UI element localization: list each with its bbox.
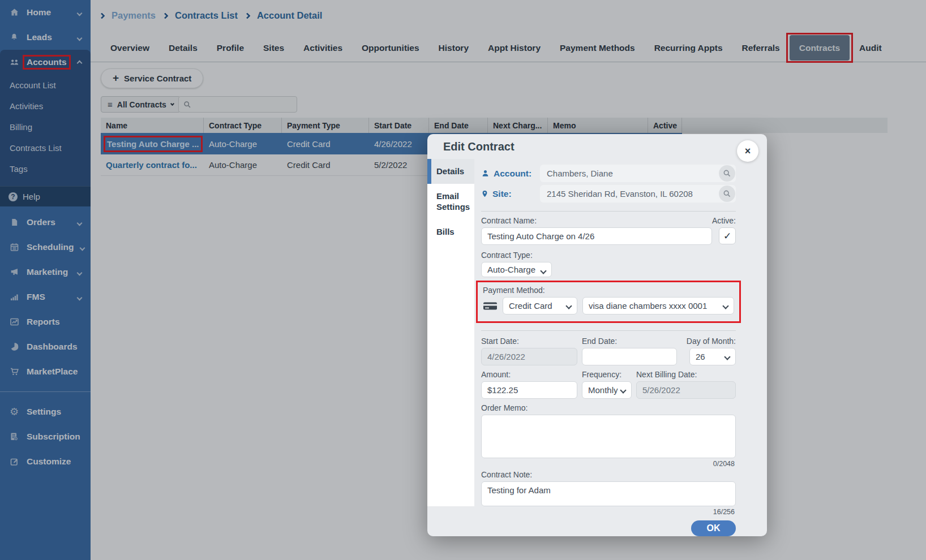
order-memo-textarea[interactable] [481, 415, 736, 458]
account-row: Account: Chambers, Diane [481, 165, 736, 182]
account-search-button[interactable] [719, 165, 735, 182]
modal-tab-list: Details Email Settings Bills [427, 159, 474, 506]
account-picker[interactable]: Chambers, Diane [540, 165, 736, 182]
credit-card-icon [483, 301, 498, 311]
contract-type-label: Contract Type: [481, 251, 736, 260]
contract-note-textarea[interactable]: Testing for Adam [481, 481, 736, 506]
day-of-month-select[interactable]: 26 [689, 348, 736, 365]
end-date-input[interactable] [582, 348, 677, 365]
amount-label: Amount: [481, 370, 577, 379]
start-date-input [481, 348, 577, 365]
payment-method-row: Credit Card visa diane chambers xxxx 000… [483, 297, 734, 315]
divider [481, 330, 736, 331]
account-value: Chambers, Diane [540, 169, 719, 178]
map-pin-icon [481, 189, 488, 198]
contract-name-labels: Contract Name: Active: [481, 216, 736, 225]
modal-tab-details[interactable]: Details [427, 159, 474, 184]
close-button[interactable]: × [737, 140, 758, 162]
contract-note-label: Contract Note: [481, 470, 736, 479]
contract-name-input[interactable] [481, 227, 712, 245]
payment-method-annotation-box: Payment Method: Credit Card visa diane c… [476, 281, 741, 323]
divider [481, 211, 736, 212]
contract-type-select[interactable]: Auto-Charge [481, 262, 552, 277]
payment-method-label: Payment Method: [483, 286, 734, 295]
amount-input[interactable] [481, 381, 577, 399]
site-value: 2145 Sheridan Rd, Evanston, IL 60208 [540, 189, 719, 199]
next-billing-date-input [636, 381, 736, 399]
payment-type-select[interactable]: Credit Card [503, 297, 577, 315]
end-date-label: End Date: [582, 337, 677, 346]
site-search-button[interactable] [719, 186, 735, 202]
active-label: Active: [712, 216, 736, 225]
modal-details-panel: Account: Chambers, Diane Site: [474, 159, 767, 536]
checkmark-icon: ✓ [723, 230, 731, 242]
order-memo-label: Order Memo: [481, 403, 736, 412]
site-label: Site: [492, 189, 512, 199]
contract-name-label: Contract Name: [481, 216, 537, 225]
start-date-label: Start Date: [481, 337, 577, 346]
site-picker[interactable]: 2145 Sheridan Rd, Evanston, IL 60208 [540, 185, 736, 203]
dates-row: Start Date: End Date: Day of Month: 26 [481, 334, 736, 365]
contract-name-row: ✓ [481, 227, 736, 245]
active-checkbox[interactable]: ✓ [719, 227, 736, 244]
modal-tab-email-settings[interactable]: Email Settings [427, 184, 474, 219]
person-icon [481, 169, 490, 178]
modal-tab-bills[interactable]: Bills [427, 219, 474, 244]
modal-title: Edit Contract [427, 134, 767, 159]
modal-body: Details Email Settings Bills Account: Ch… [427, 159, 767, 536]
next-billing-date-label: Next Billing Date: [636, 370, 736, 379]
account-label: Account: [494, 169, 531, 179]
ok-button[interactable]: OK [691, 520, 736, 536]
close-icon: × [745, 145, 751, 157]
day-of-month-label: Day of Month: [687, 337, 736, 346]
order-memo-counter: 0/2048 [713, 460, 735, 468]
site-row: Site: 2145 Sheridan Rd, Evanston, IL 602… [481, 185, 736, 203]
frequency-label: Frequency: [582, 370, 632, 379]
app: Home Leads Accounts Account List Activit… [0, 0, 926, 560]
amount-row: Amount: Frequency: Monthly Next Billing … [481, 368, 736, 399]
contract-note-counter: 16/256 [713, 508, 735, 516]
payment-account-select[interactable]: visa diane chambers xxxx 0001 [582, 297, 734, 315]
frequency-select[interactable]: Monthly [582, 381, 632, 399]
edit-contract-modal: Edit Contract × Details Email Settings B… [427, 134, 767, 536]
